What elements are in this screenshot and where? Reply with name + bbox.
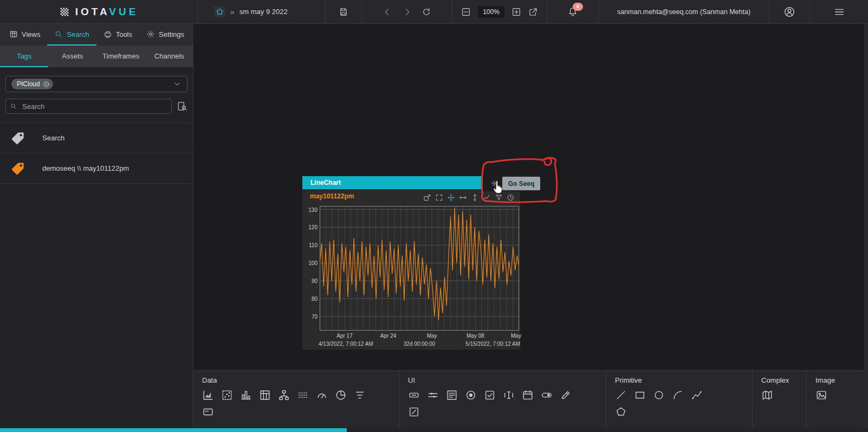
back-button[interactable] xyxy=(383,7,392,17)
zoom-reset-icon xyxy=(423,194,431,202)
tool-area-chart[interactable] xyxy=(202,389,214,401)
widget-title-bar[interactable]: LineChart xyxy=(302,176,482,189)
tag-result-row[interactable]: Search xyxy=(0,123,193,153)
notifications-button[interactable]: 9 xyxy=(547,0,599,23)
funnel-button[interactable] xyxy=(495,194,503,202)
nav-tab-label: Tools xyxy=(116,30,132,38)
horizontal-scrollbar[interactable] xyxy=(0,428,868,432)
nav-tab-tools[interactable]: Tools xyxy=(96,24,139,46)
tool-pivot-table[interactable] xyxy=(259,389,271,401)
tool-edit-box[interactable] xyxy=(408,406,420,418)
tool-map[interactable] xyxy=(761,389,773,401)
tool-text-block[interactable] xyxy=(446,389,458,401)
tool-rectangle[interactable] xyxy=(634,389,646,401)
app-title: IOTAVUE xyxy=(75,6,139,18)
tool-hierarchy[interactable] xyxy=(278,389,290,401)
tool-polygon[interactable] xyxy=(615,406,627,418)
advanced-search-button[interactable] xyxy=(177,101,187,112)
subtab-tags[interactable]: Tags xyxy=(0,46,48,67)
pan-button[interactable] xyxy=(447,194,455,202)
tool-dot-matrix[interactable] xyxy=(297,389,309,401)
refresh-icon xyxy=(422,7,431,17)
tool-button[interactable] xyxy=(408,389,420,401)
search-document-icon xyxy=(177,101,187,112)
subtab-channels[interactable]: Channels xyxy=(145,46,193,67)
search-subtabs: TagsAssetsTimeframesChannels xyxy=(0,46,193,67)
zoom-in-button[interactable] xyxy=(511,7,521,17)
subtab-timeframes[interactable]: Timeframes xyxy=(97,46,145,67)
go-seeq-button[interactable]: Go Seeq xyxy=(502,177,540,190)
horizontal-scrollbar-thumb[interactable] xyxy=(0,428,347,432)
account-button[interactable] xyxy=(769,0,810,23)
tool-slider[interactable] xyxy=(427,389,439,401)
save-button[interactable] xyxy=(325,0,362,23)
home-button[interactable] xyxy=(214,6,225,17)
tool-toggle-switch[interactable] xyxy=(541,389,553,401)
tool-radio-button[interactable] xyxy=(465,389,477,401)
vertical-scrollbar[interactable] xyxy=(864,24,868,428)
fullscreen-button[interactable] xyxy=(435,194,443,202)
tool-gauge[interactable] xyxy=(316,389,328,401)
fullscreen-icon xyxy=(435,194,443,202)
hamburger-icon xyxy=(833,6,845,18)
design-canvas[interactable]: LineChart may101122pm 130120110100908070… xyxy=(193,24,868,370)
filter-chip-picloud[interactable]: PICloud xyxy=(11,79,53,89)
arc-icon xyxy=(672,389,684,401)
minus-box-icon xyxy=(461,7,471,17)
trend-button[interactable] xyxy=(483,194,491,202)
widget-settings-icon[interactable] xyxy=(491,180,498,187)
subtab-label: Timeframes xyxy=(102,52,139,60)
line-chart-widget[interactable]: may101122pm 130120110100908070 Apr 17Apr… xyxy=(302,189,520,350)
tool-checkbox[interactable] xyxy=(484,389,496,401)
nav-tab-settings[interactable]: Settings xyxy=(139,24,191,46)
refresh-button[interactable] xyxy=(422,7,431,17)
open-external-button[interactable] xyxy=(528,7,538,17)
tool-image[interactable] xyxy=(815,389,827,401)
tool-ellipse[interactable] xyxy=(653,389,665,401)
person-icon xyxy=(783,6,795,18)
subtab-assets[interactable]: Assets xyxy=(48,46,96,67)
image-icon xyxy=(815,389,827,401)
tool-scatter-plot[interactable] xyxy=(221,389,233,401)
nav-tab-views[interactable]: Views xyxy=(2,24,47,46)
y-tick-label: 90 xyxy=(303,278,318,284)
rectangle-icon xyxy=(634,389,646,401)
app-logo[interactable]: IOTAVUE xyxy=(59,6,139,18)
tool-bar-chart[interactable] xyxy=(240,389,252,401)
tool-funnel-chart[interactable] xyxy=(354,389,366,401)
tag-icon xyxy=(10,130,26,146)
chevron-left-icon xyxy=(383,7,392,17)
tag-result-row[interactable]: demoseeq \\ may101122pm xyxy=(0,153,193,184)
button-icon xyxy=(408,389,420,401)
nav-tab-label: Search xyxy=(67,30,89,38)
card-icon xyxy=(202,406,214,418)
y-tick-label: 110 xyxy=(303,242,318,248)
source-dropdown[interactable]: PICloud xyxy=(5,76,187,92)
history-button[interactable] xyxy=(507,194,515,202)
hierarchy-icon xyxy=(278,389,290,401)
zoom-reset-button[interactable] xyxy=(423,194,431,202)
polygon-icon xyxy=(615,406,627,418)
tool-edit[interactable] xyxy=(560,389,572,401)
range-start: 4/13/2022, 7:00:12 AM xyxy=(319,341,373,347)
nav-tab-search[interactable]: Search xyxy=(47,24,96,46)
chip-remove-icon[interactable] xyxy=(43,81,50,88)
v-resize-button[interactable] xyxy=(471,194,479,202)
tool-line[interactable] xyxy=(615,389,627,401)
tool-card[interactable] xyxy=(202,406,214,418)
tool-pie-chart[interactable] xyxy=(335,389,347,401)
search-input[interactable] xyxy=(5,99,172,114)
menu-button[interactable] xyxy=(810,0,868,23)
h-resize-button[interactable] xyxy=(459,194,467,202)
zoom-out-button[interactable] xyxy=(461,7,471,17)
chevron-down-icon[interactable] xyxy=(173,80,182,88)
tool-polyline[interactable] xyxy=(691,389,703,401)
tool-arc[interactable] xyxy=(672,389,684,401)
tool-calendar[interactable] xyxy=(522,389,534,401)
forward-button[interactable] xyxy=(402,7,412,17)
y-tick-label: 130 xyxy=(303,207,318,213)
tool-input-field[interactable] xyxy=(503,389,515,401)
toolbox-section-label: Data xyxy=(202,376,390,384)
subtab-label: Assets xyxy=(62,52,83,60)
line-chart-plot[interactable] xyxy=(320,206,519,331)
